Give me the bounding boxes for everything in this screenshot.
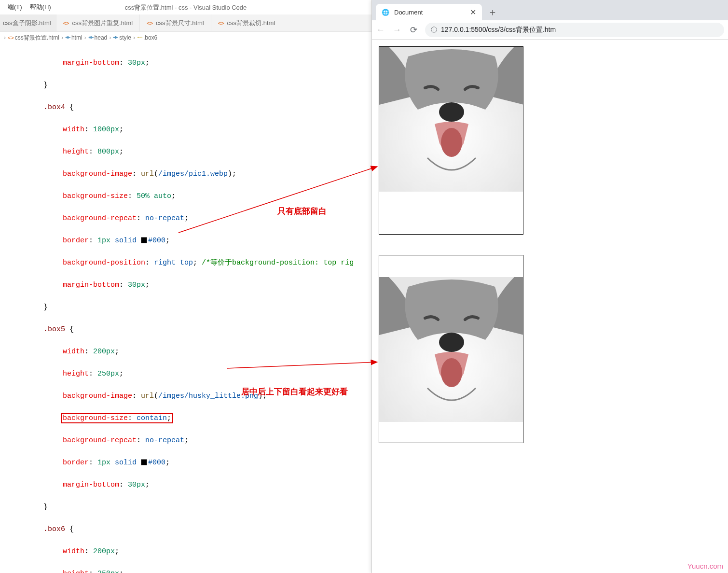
url-text: 127.0.0.1:5500/css/3/css背景位置.htm bbox=[441, 26, 556, 34]
html-icon: <> bbox=[63, 20, 69, 26]
watermark: Yuucn.com bbox=[687, 562, 723, 570]
window-title: css背景位置.html - css - Visual Studio Code bbox=[125, 3, 247, 12]
file-icon: <> bbox=[8, 35, 14, 41]
reload-icon[interactable]: ⟳ bbox=[409, 25, 418, 35]
html-icon: <> bbox=[147, 20, 153, 26]
browser-tabstrip: 🌐 Document ✕ ＋ bbox=[372, 0, 728, 20]
close-icon[interactable]: ✕ bbox=[460, 8, 476, 17]
class-icon: ⬳ bbox=[137, 35, 142, 41]
preview-box5 bbox=[379, 46, 523, 235]
browser-toolbar: ← → ⟳ ⓘ 127.0.0.1:5500/css/3/css背景位置.htm bbox=[372, 20, 728, 40]
globe-icon: 🌐 bbox=[382, 9, 389, 16]
breadcrumb[interactable]: ›<> <> css背景位置.htmlcss背景位置.html ›⬲ html … bbox=[0, 32, 371, 43]
menu-help[interactable]: 帮助(H) bbox=[26, 3, 55, 12]
svg-point-5 bbox=[439, 333, 464, 352]
element-icon: ⬲ bbox=[88, 35, 94, 41]
menubar: 端(T) 帮助(H) css背景位置.html - css - Visual S… bbox=[0, 0, 371, 14]
html-icon: <> bbox=[218, 20, 224, 26]
tab-css-boxshadow[interactable]: css盒子阴影.html bbox=[0, 14, 56, 31]
element-icon: ⬲ bbox=[113, 35, 118, 41]
husky-image bbox=[379, 277, 523, 422]
svg-point-4 bbox=[441, 358, 462, 387]
color-swatch-icon bbox=[141, 459, 147, 465]
back-icon[interactable]: ← bbox=[376, 25, 385, 35]
menu-terminal[interactable]: 端(T) bbox=[4, 3, 26, 12]
svg-point-1 bbox=[441, 128, 462, 157]
preview-box6 bbox=[379, 255, 523, 443]
address-bar[interactable]: ⓘ 127.0.0.1:5500/css/3/css背景位置.htm bbox=[425, 23, 724, 37]
husky-image bbox=[379, 47, 523, 192]
browser-pane: 🌐 Document ✕ ＋ ← → ⟳ ⓘ 127.0.0.1:5500/cs… bbox=[371, 0, 728, 573]
info-icon[interactable]: ⓘ bbox=[431, 26, 437, 34]
element-icon: ⬲ bbox=[65, 35, 70, 41]
code-editor[interactable]: margin-bottom: 30px; } .box4 { width: 10… bbox=[0, 43, 371, 573]
tab-css-bgsize[interactable]: <>css背景尺寸.html bbox=[140, 14, 211, 31]
browser-tab-title: Document bbox=[394, 9, 423, 16]
color-swatch-icon bbox=[141, 237, 147, 243]
editor-tabs: css盒子阴影.html <>css背景图片重复.html <>css背景尺寸.… bbox=[0, 14, 371, 32]
forward-icon[interactable]: → bbox=[392, 25, 402, 35]
browser-tab[interactable]: 🌐 Document ✕ bbox=[376, 4, 482, 20]
tab-css-bgclip[interactable]: <>css背景裁切.html bbox=[211, 14, 283, 31]
svg-point-2 bbox=[439, 102, 464, 122]
vscode-pane: 端(T) 帮助(H) css背景位置.html - css - Visual S… bbox=[0, 0, 371, 573]
new-tab-button[interactable]: ＋ bbox=[482, 4, 503, 20]
browser-viewport bbox=[372, 40, 728, 470]
tab-css-bgrepeat[interactable]: <>css背景图片重复.html bbox=[56, 14, 140, 31]
